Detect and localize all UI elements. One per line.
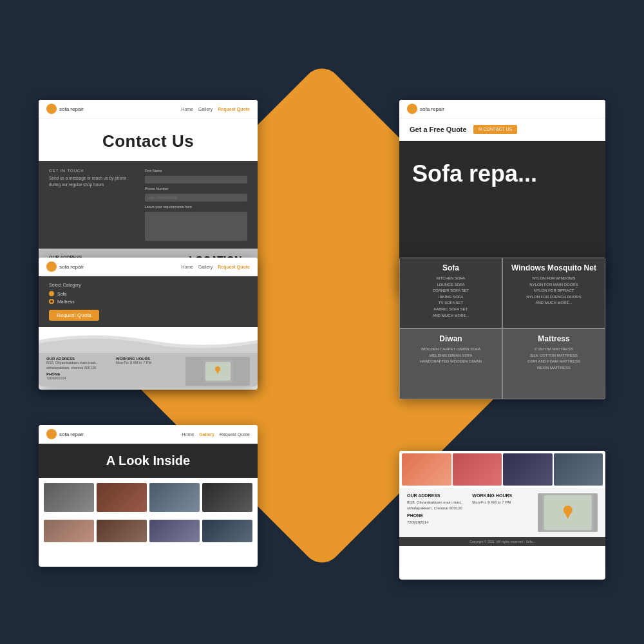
- gallery-thumb-1: [44, 483, 94, 512]
- diwan-list: WOODEN CARPET DIWAN SOFA WELDING DIWAN S…: [420, 346, 482, 365]
- sofa-radio[interactable]: [49, 291, 54, 296]
- nav-request-quote[interactable]: Request Quote: [218, 107, 250, 111]
- sofa-list: KITCHEN SOFA LOUNGE SOFA CORNER SOFA SET…: [433, 276, 469, 319]
- map-mini: [185, 357, 250, 386]
- gallery-row-2: [39, 517, 258, 545]
- services-grid: Sofa KITCHEN SOFA LOUNGE SOFA CORNER SOF…: [399, 258, 605, 399]
- contact-title: Contact Us: [45, 131, 251, 151]
- btn-row: Request Quote: [49, 308, 247, 321]
- first-name-label: First Name: [145, 169, 247, 173]
- tr-logo-icon: [407, 104, 417, 114]
- contact-description-text: Send us a message or reach us by phone d…: [49, 175, 135, 188]
- br-copyright: Copyright © 2021 | All rights reserved -…: [399, 537, 605, 546]
- contact-form-section: GET IN TOUCH Send us a message or reach …: [39, 161, 258, 249]
- br-map-mini: [538, 493, 598, 532]
- bl-nav-gallery[interactable]: Gallery: [199, 432, 214, 437]
- diwan-item-2: WELDING DIWAN SOFA: [420, 353, 482, 359]
- message-label: Leave your requirements here: [145, 205, 247, 209]
- ml-logo-text: sofa repair: [59, 264, 84, 270]
- bl-nav-links: Home Gallery Request Quote: [182, 432, 250, 437]
- mattress-radio-label: Mattress: [57, 299, 75, 304]
- mattress-radio-row[interactable]: Mattress: [49, 299, 247, 304]
- sofa-item-5: TV SOFA SET: [433, 300, 469, 307]
- mosquito-net-cell: Windows Mosquito Net NYLON FOR WINDOWS N…: [502, 258, 605, 328]
- sofa-item-3: CORNER SOFA SET: [433, 288, 469, 294]
- radio-section: Select Category Sofa Mattress Request Qu…: [39, 276, 258, 327]
- contact-description: GET IN TOUCH Send us a message or reach …: [49, 169, 135, 241]
- diwan-header: Diwan: [439, 334, 462, 343]
- br-footer: OUR ADDRESS 8/18, Otiyamkakkam main road…: [399, 488, 605, 537]
- br-thumb-1: [402, 453, 451, 486]
- tr-nav-bar: sofa repair: [399, 100, 605, 118]
- sofa-item-6: FABRIC SOFA SET: [433, 307, 469, 313]
- mattress-item-4: REXIN MATTRESS: [527, 365, 580, 372]
- diwan-cell: Diwan WOODEN CARPET DIWAN SOFA WELDING D…: [399, 328, 502, 399]
- sofa-header: Sofa: [442, 263, 459, 272]
- net-item-2: NYLON FOR MAIN DOORS: [526, 282, 581, 289]
- bl-nav-quote[interactable]: Request Quote: [220, 432, 250, 437]
- net-item-3: NYLON FOR BIFRACT: [526, 288, 581, 294]
- request-quote-card: sofa repair Home Gallery Request Quote S…: [39, 258, 258, 386]
- gallery-thumb-6: [97, 520, 147, 542]
- bl-logo-text: sofa repair: [59, 431, 84, 437]
- gallery-thumb-5: [44, 520, 94, 542]
- bl-logo: sofa repair: [46, 429, 84, 439]
- br-address-text: 8/18, Otiyamkakkam main road, sithalapak…: [407, 500, 467, 511]
- ml-nav-quote[interactable]: Request Quote: [218, 265, 250, 269]
- nav-home[interactable]: Home: [181, 107, 193, 111]
- get-in-touch-label: GET IN TOUCH: [49, 169, 135, 173]
- phone-label: Phone Number: [145, 187, 247, 191]
- bl-nav-home[interactable]: Home: [182, 432, 194, 437]
- nav-gallery[interactable]: Gallery: [198, 107, 213, 111]
- gallery-thumb-7: [149, 520, 200, 542]
- br-copyright-text: Copyright © 2021 | All rights reserved -…: [469, 540, 535, 544]
- gallery-footer-card: OUR ADDRESS 8/18, Otiyamkakkam main road…: [399, 451, 605, 580]
- net-item-1: NYLON FOR WINDOWS: [526, 276, 581, 282]
- address-mini-text: 8/18, Otiyamkakkam main road,sithalapakk…: [46, 361, 111, 370]
- select-category-label: Select Category: [49, 283, 247, 287]
- logo-text: sofa repair: [59, 106, 84, 112]
- mattress-list: CUSTOM MATTRESS SILK COTTON MATTRESS COI…: [527, 346, 580, 371]
- request-quote-button[interactable]: Request Quote: [49, 310, 99, 321]
- working-hours-mini: WORKING HOURS Mon-Fri: 9 AM to 7 PM: [116, 357, 180, 386]
- ml-logo: sofa repair: [46, 261, 84, 272]
- br-thumb-2: [453, 453, 502, 486]
- contact-hero: Contact Us: [39, 118, 258, 161]
- phone-mini: 7209202014: [46, 376, 111, 380]
- wh-text-mini: Mon-Fri: 9 AM to 7 PM: [116, 361, 180, 365]
- br-phone-label: PHONE: [407, 513, 467, 518]
- contact-us-button[interactable]: ✉ CONTACT US: [473, 125, 518, 134]
- tr-logo-area: sofa repair: [407, 104, 444, 114]
- mattress-radio[interactable]: [49, 299, 54, 304]
- gallery-thumb-4: [202, 483, 252, 512]
- sofa-radio-row[interactable]: Sofa: [49, 291, 247, 296]
- gallery-card: sofa repair Home Gallery Request Quote A…: [39, 425, 258, 567]
- mattress-item-1: CUSTOM MATTRESS: [527, 346, 580, 353]
- tr-logo-text: sofa repair: [420, 106, 444, 112]
- gallery-grid: [39, 478, 258, 517]
- message-textarea[interactable]: [145, 212, 247, 241]
- mosquito-net-list: NYLON FOR WINDOWS NYLON FOR MAIN DOORS N…: [526, 276, 581, 307]
- phone-input[interactable]: [145, 194, 247, 202]
- first-name-input[interactable]: [145, 176, 247, 184]
- net-item-more: AND MUCH MORE...: [526, 300, 581, 307]
- services-grid-card: Sofa KITCHEN SOFA LOUNGE SOFA CORNER SOF…: [399, 258, 605, 399]
- logo-area: sofa repair: [46, 104, 84, 114]
- br-our-address-label: OUR ADDRESS: [407, 493, 467, 498]
- ml-nav-gallery[interactable]: Gallery: [198, 265, 213, 269]
- contact-form: First Name Phone Number Leave your requi…: [145, 169, 247, 241]
- bl-nav: sofa repair Home Gallery Request Quote: [39, 425, 258, 444]
- br-thumb-3: [503, 453, 553, 486]
- br-working-hours-col: WORKING HOURS Mon-Fri: 9 AM to 7 PM: [472, 493, 532, 532]
- gallery-thumb-8: [202, 520, 252, 542]
- br-gallery-strip: [399, 451, 605, 488]
- logo-icon: [46, 104, 57, 114]
- sofa-item-2: LOUNGE SOFA: [433, 282, 469, 289]
- sofa-item-1: KITCHEN SOFA: [433, 276, 469, 282]
- nav-bar: sofa repair Home Gallery Request Quote: [39, 100, 258, 118]
- quote-section: Get a Free Quote ✉ CONTACT US: [399, 118, 605, 141]
- sofa-item-more: AND MUCH MORE...: [433, 313, 469, 319]
- sofa-radio-label: Sofa: [57, 292, 66, 296]
- ml-nav-home[interactable]: Home: [181, 265, 193, 269]
- gallery-hero: A Look Inside: [39, 444, 258, 478]
